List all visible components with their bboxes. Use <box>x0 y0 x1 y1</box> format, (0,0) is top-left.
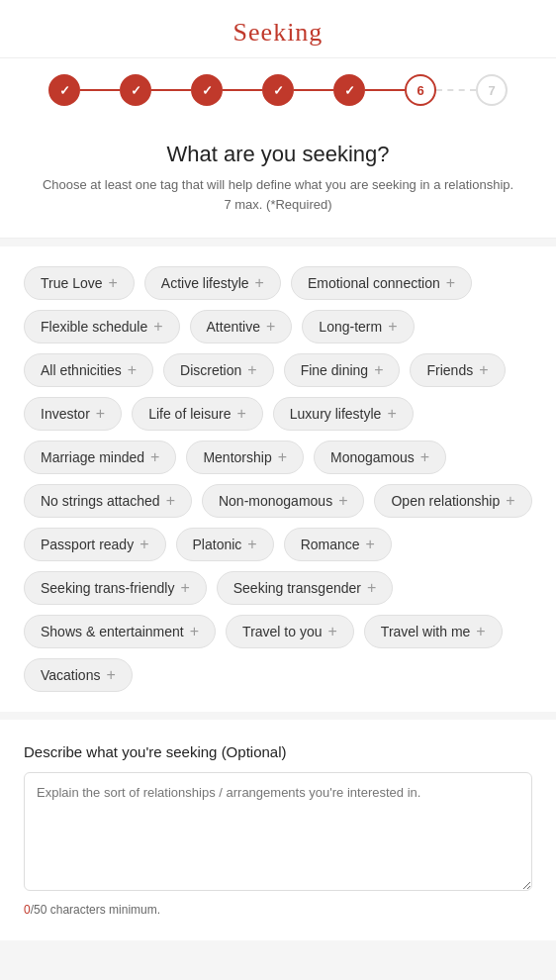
step-4[interactable]: ✓ <box>262 74 294 106</box>
page-title: What are you seeking? <box>40 142 516 167</box>
tag-long-term[interactable]: Long-term+ <box>302 310 414 343</box>
plus-icon: + <box>255 275 264 291</box>
connector-5 <box>365 89 405 91</box>
tag-flexible-schedule[interactable]: Flexible schedule+ <box>24 310 180 343</box>
step-6[interactable]: 6 <box>405 74 436 106</box>
header: Seeking <box>0 0 556 58</box>
char-count: 0/50 characters minimum. <box>24 903 532 917</box>
tag-label: Travel with me <box>381 624 471 639</box>
description-textarea[interactable] <box>24 772 532 891</box>
tag-label: Active lifestyle <box>161 275 249 291</box>
tag-travel-with-me[interactable]: Travel with me+ <box>364 615 503 648</box>
tag-open-relationship[interactable]: Open relationship+ <box>374 484 531 518</box>
plus-icon: + <box>128 362 137 378</box>
tag-monogamous[interactable]: Monogamous+ <box>314 441 446 474</box>
tag-mentorship[interactable]: Mentorship+ <box>186 441 304 474</box>
connector-3 <box>223 89 262 91</box>
tag-label: Life of leisure <box>148 406 231 422</box>
tag-fine-dining[interactable]: Fine dining+ <box>284 353 401 387</box>
tag-true-love[interactable]: True Love+ <box>24 266 135 300</box>
plus-icon: + <box>236 406 245 422</box>
progress-bar: ✓ ✓ ✓ ✓ ✓ 6 7 <box>0 58 556 122</box>
step-2[interactable]: ✓ <box>120 74 151 106</box>
description-section: Describe what you're seeking (Optional) … <box>0 720 556 940</box>
plus-icon: + <box>166 493 175 509</box>
tag-label: Fine dining <box>301 362 369 378</box>
tag-label: Open relationship <box>391 493 500 509</box>
tag-seeking-transgender[interactable]: Seeking transgender+ <box>217 571 394 605</box>
tag-label: Luxury lifestyle <box>290 406 382 422</box>
tag-label: Long-term <box>319 319 382 335</box>
tag-friends[interactable]: Friends+ <box>410 353 505 387</box>
tag-label: Mentorship <box>203 449 271 465</box>
tag-label: Attentive <box>207 319 260 335</box>
tag-label: No strings attached <box>41 493 160 509</box>
plus-icon: + <box>106 667 115 683</box>
step-7[interactable]: 7 <box>476 74 508 106</box>
tag-label: Seeking transgender <box>233 580 361 596</box>
tag-label: Discretion <box>180 362 241 378</box>
tag-label: Marriage minded <box>41 449 144 465</box>
tag-label: Flexible schedule <box>41 319 147 335</box>
plus-icon: + <box>96 406 105 422</box>
step-3[interactable]: ✓ <box>191 74 223 106</box>
tag-seeking-trans-friendly[interactable]: Seeking trans-friendly+ <box>24 571 207 605</box>
connector-2 <box>151 89 191 91</box>
tag-romance[interactable]: Romance+ <box>284 528 392 561</box>
connector-6 <box>436 89 476 91</box>
plus-icon: + <box>446 275 455 291</box>
tag-attentive[interactable]: Attentive+ <box>190 310 293 343</box>
tag-discretion[interactable]: Discretion+ <box>163 353 274 387</box>
title-section: What are you seeking? Choose at least on… <box>0 122 556 239</box>
plus-icon: + <box>150 449 159 465</box>
plus-icon: + <box>190 624 199 639</box>
tag-marriage-minded[interactable]: Marriage minded+ <box>24 441 176 474</box>
connector-4 <box>294 89 333 91</box>
plus-icon: + <box>139 537 148 552</box>
plus-icon: + <box>367 580 376 596</box>
tag-label: Travel to you <box>242 624 322 639</box>
tag-label: Friends <box>426 362 473 378</box>
tag-label: All ethnicities <box>41 362 122 378</box>
tags-section: True Love+Active lifestyle+Emotional con… <box>0 246 556 712</box>
tag-label: Non-monogamous <box>219 493 332 509</box>
plus-icon: + <box>247 362 256 378</box>
plus-icon: + <box>180 580 189 596</box>
char-count-number: 0 <box>24 903 31 917</box>
plus-icon: + <box>153 319 162 335</box>
tag-non-monogamous[interactable]: Non-monogamous+ <box>202 484 365 518</box>
description-label: Describe what you're seeking (Optional) <box>24 743 532 760</box>
step-5[interactable]: ✓ <box>333 74 365 106</box>
plus-icon: + <box>387 406 396 422</box>
logo: Seeking <box>0 18 556 48</box>
tag-no-strings-attached[interactable]: No strings attached+ <box>24 484 192 518</box>
tag-label: Monogamous <box>330 449 415 465</box>
plus-icon: + <box>476 624 485 639</box>
tag-passport-ready[interactable]: Passport ready+ <box>24 528 166 561</box>
plus-icon: + <box>506 493 514 509</box>
tag-active-lifestyle[interactable]: Active lifestyle+ <box>144 266 281 300</box>
page-container: Seeking ✓ ✓ ✓ ✓ ✓ 6 7 What are you seeki… <box>0 0 556 960</box>
tag-all-ethnicities[interactable]: All ethnicities+ <box>24 353 153 387</box>
plus-icon: + <box>266 319 275 335</box>
tag-life-of-leisure[interactable]: Life of leisure+ <box>132 397 263 431</box>
tag-label: Investor <box>41 406 90 422</box>
tag-investor[interactable]: Investor+ <box>24 397 122 431</box>
tag-shows-entertainment[interactable]: Shows & entertainment+ <box>24 615 216 648</box>
tag-label: True Love <box>41 275 103 291</box>
tag-platonic[interactable]: Platonic+ <box>176 528 274 561</box>
page-subtitle: Choose at least one tag that will help d… <box>40 175 516 214</box>
tags-container: True Love+Active lifestyle+Emotional con… <box>24 266 532 692</box>
step-1[interactable]: ✓ <box>48 74 80 106</box>
connector-1 <box>80 89 120 91</box>
tag-emotional-connection[interactable]: Emotional connection+ <box>291 266 472 300</box>
tag-vacations[interactable]: Vacations+ <box>24 658 133 692</box>
tag-label: Vacations <box>41 667 100 683</box>
tag-label: Shows & entertainment <box>41 624 184 639</box>
tag-travel-to-you[interactable]: Travel to you+ <box>226 615 354 648</box>
plus-icon: + <box>247 537 256 552</box>
tag-luxury-lifestyle[interactable]: Luxury lifestyle+ <box>273 397 414 431</box>
plus-icon: + <box>479 362 488 378</box>
char-count-label: /50 characters minimum. <box>31 903 160 917</box>
plus-icon: + <box>328 624 337 639</box>
